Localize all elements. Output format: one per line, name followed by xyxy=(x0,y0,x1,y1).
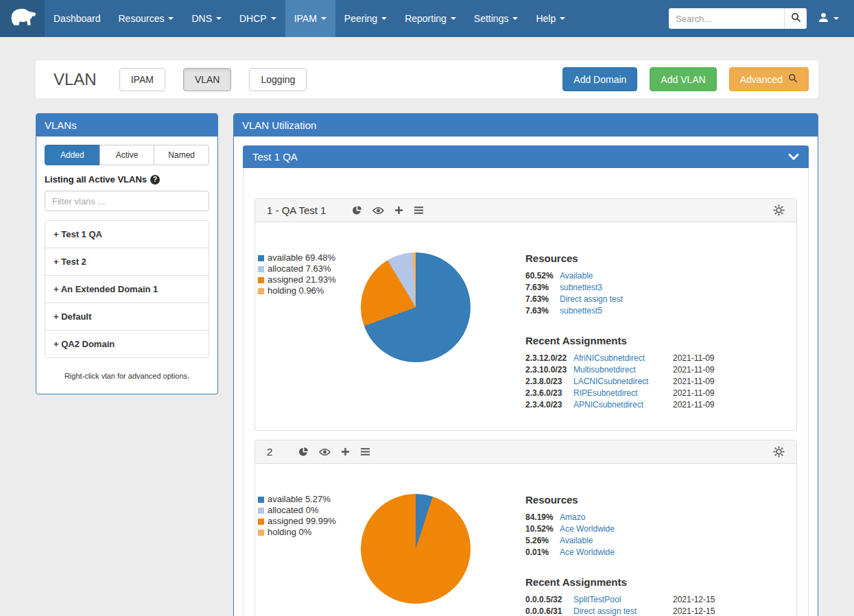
menu-icon[interactable] xyxy=(414,206,424,215)
assignment-cidr: 0.0.0.6/31 xyxy=(525,606,573,616)
legend-row: allocated 7.63% xyxy=(258,263,361,274)
nav-item-dhcp[interactable]: DHCP xyxy=(230,0,285,37)
segment-added[interactable]: Added xyxy=(45,145,100,165)
help-icon[interactable]: ? xyxy=(150,175,160,185)
resource-link[interactable]: Available xyxy=(560,270,787,282)
advanced-search-button[interactable]: Advanced xyxy=(729,67,809,91)
resource-link[interactable]: Ace Worldwide xyxy=(560,547,787,558)
eye-icon[interactable] xyxy=(319,448,331,456)
legend-label: allocated 0% xyxy=(268,505,318,516)
vlan-filter-input[interactable] xyxy=(45,191,209,211)
gear-icon[interactable] xyxy=(773,446,785,458)
nav-item-dns[interactable]: DNS xyxy=(182,0,230,37)
assignment-link[interactable]: Direct assign test xyxy=(573,606,673,616)
legend-label: allocated 7.63% xyxy=(268,263,331,274)
sidebar-note: Right-click vlan for advanced options. xyxy=(45,372,209,380)
assignment-link[interactable]: APNICsubnetdirect xyxy=(573,399,673,411)
app-logo[interactable] xyxy=(0,0,45,37)
caret-down-icon xyxy=(216,17,222,20)
segment-named[interactable]: Named xyxy=(154,145,209,165)
pie-chart xyxy=(361,252,471,362)
eye-icon[interactable] xyxy=(372,206,384,215)
assignment-row: 0.0.0.6/31Direct assign test2021-12-15 xyxy=(525,606,787,616)
caret-down-icon xyxy=(451,17,456,20)
chart-content: available 69.48%allocated 7.63%assigned … xyxy=(255,222,796,430)
resources-list: 60.52%Available7.63%subnettest37.63%Dire… xyxy=(525,270,787,317)
assignments-heading: Recent Assignments xyxy=(525,576,787,588)
vlan-list-item[interactable]: + An Extended Domain 1 xyxy=(45,276,209,303)
nav-item-peering[interactable]: Peering xyxy=(335,0,396,37)
vlans-panel: VLANs AddedActiveNamed Listing all Activ… xyxy=(36,113,218,394)
assignment-cidr: 2.3.6.0/23 xyxy=(525,388,573,399)
resource-link[interactable]: Direct assign test xyxy=(560,294,787,305)
vlan-list-item[interactable]: + Test 1 QA xyxy=(45,221,209,248)
segment-active[interactable]: Active xyxy=(99,145,155,165)
nav-item-resources[interactable]: Resources xyxy=(110,0,183,37)
plus-icon[interactable] xyxy=(394,206,403,215)
resource-row: 0.01%Ace Worldwide xyxy=(525,547,787,558)
legend-swatch xyxy=(258,255,264,261)
nav-item-reporting[interactable]: Reporting xyxy=(396,0,465,37)
assignment-link[interactable]: LACNICsubnetdirect xyxy=(573,376,673,388)
resource-link[interactable]: subnettest3 xyxy=(560,282,787,294)
domain-title: Test 1 QA xyxy=(252,151,298,163)
assignment-link[interactable]: Multisubnetdirect xyxy=(573,364,673,376)
vlan-list: + Test 1 QA+ Test 2+ An Extended Domain … xyxy=(45,220,209,358)
legend-label: available 5.27% xyxy=(268,494,331,505)
assignment-cidr: 2.3.12.0/22 xyxy=(525,353,573,364)
legend-row: allocated 0% xyxy=(258,505,361,516)
chart-header: 1 - QA Test 1 xyxy=(255,199,796,222)
page-title: VLAN xyxy=(54,70,97,89)
assignment-cidr: 2.3.4.0/23 xyxy=(525,399,573,411)
resource-link[interactable]: Available xyxy=(560,535,787,547)
assignment-link[interactable]: SplitTestPool xyxy=(573,594,673,606)
nav-item-settings[interactable]: Settings xyxy=(465,0,527,37)
assignment-row: 2.3.6.0/23RIPEsubnetdirect2021-11-09 xyxy=(525,388,787,399)
resources-heading: Resources xyxy=(525,494,787,506)
plus-icon[interactable] xyxy=(341,447,350,456)
add-domain-button[interactable]: Add Domain xyxy=(562,67,637,91)
resource-link[interactable]: Ace Worldwide xyxy=(560,523,787,535)
nav-item-help[interactable]: Help xyxy=(527,0,574,37)
tab-ipam[interactable]: IPAM xyxy=(119,68,165,91)
resource-row: 7.63%Direct assign test xyxy=(525,294,787,305)
nav-item-ipam[interactable]: IPAM xyxy=(285,0,335,37)
elephant-logo-icon xyxy=(8,5,38,32)
add-vlan-button[interactable]: Add VLAN xyxy=(650,67,716,91)
resources-heading: Resources xyxy=(525,252,787,264)
chart-legend: available 69.48%allocated 7.63%assigned … xyxy=(257,252,361,411)
assignment-row: 2.3.10.0/23Multisubnetdirect2021-11-09 xyxy=(525,364,787,376)
vlans-panel-body: AddedActiveNamed Listing all Active VLAN… xyxy=(36,137,217,394)
nav-item-dashboard[interactable]: Dashboard xyxy=(45,0,110,37)
menu-icon[interactable] xyxy=(360,447,370,456)
collapse-toggle[interactable] xyxy=(788,151,799,163)
assignment-cidr: 2.3.8.0/23 xyxy=(525,376,573,388)
vlans-panel-heading: VLANs xyxy=(36,114,217,137)
pie-chart-icon[interactable] xyxy=(352,205,362,215)
vlan-utilization-heading: VLAN Utilization xyxy=(234,114,818,137)
tab-logging[interactable]: Logging xyxy=(249,68,307,91)
vlan-list-item[interactable]: + QA2 Domain xyxy=(45,331,209,357)
resource-percent: 0.01% xyxy=(525,547,560,558)
vlan-list-item[interactable]: + Test 2 xyxy=(45,248,209,276)
resource-link[interactable]: Amazo xyxy=(560,512,787,523)
chart-title: 1 - QA Test 1 xyxy=(267,204,326,216)
user-menu[interactable] xyxy=(807,12,850,26)
caret-down-icon xyxy=(560,17,565,20)
assignment-link[interactable]: RIPEsubnetdirect xyxy=(573,388,673,399)
caret-down-icon xyxy=(381,17,387,20)
toolbar-actions: Add Domain Add VLAN Advanced xyxy=(562,67,809,91)
search-icon xyxy=(791,12,801,25)
tab-vlan[interactable]: VLAN xyxy=(183,68,232,91)
assignment-date: 2021-11-09 xyxy=(673,376,715,388)
legend-row: available 5.27% xyxy=(258,494,361,505)
resource-link[interactable]: subnettest5 xyxy=(560,305,787,317)
gear-icon[interactable] xyxy=(773,204,785,216)
search-button[interactable] xyxy=(784,8,807,29)
vlan-list-item[interactable]: + Default xyxy=(45,303,209,331)
search-input[interactable] xyxy=(669,8,784,29)
pie-chart-icon[interactable] xyxy=(298,447,309,457)
assignment-link[interactable]: AfriNICsubnetdirect xyxy=(573,353,673,364)
view-tabs: IPAMVLANLogging xyxy=(119,68,325,91)
domain-panel-body: 1 - QA Test 1 available 69.48%allocated … xyxy=(243,168,809,616)
